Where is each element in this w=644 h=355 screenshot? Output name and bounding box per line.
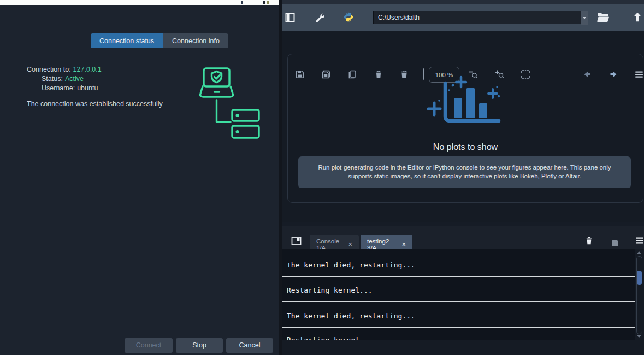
console-separator (282, 276, 635, 277)
connection-success-message: The connection was established successfu… (27, 100, 163, 108)
browse-directory-folder-icon[interactable] (597, 13, 609, 25)
remote-connection-dialog: Connection status Connection info Connec… (0, 0, 279, 355)
dialog-titlebar[interactable] (0, 0, 279, 5)
parent-directory-up-icon[interactable] (633, 12, 642, 24)
working-directory-input[interactable] (373, 11, 581, 24)
python-env-icon[interactable] (343, 11, 354, 25)
console-separator (282, 327, 635, 328)
ide-right-panel: 100 % (279, 0, 644, 355)
main-toolbar (282, 4, 644, 31)
status-line: Status:Active (42, 75, 84, 83)
no-plots-message: Run plot-generating code in the Editor o… (298, 156, 631, 188)
tab-connection-status[interactable]: Connection status (91, 33, 163, 48)
scrollbar-thumb[interactable] (637, 271, 642, 285)
console-message: The kernel died, restarting... (287, 261, 415, 269)
scroll-up-arrow[interactable] (637, 251, 641, 254)
panes-layout-icon[interactable] (285, 13, 295, 25)
menubar-remnant (282, 0, 644, 4)
titlebar-artifact (267, 1, 269, 4)
connection-to-label: Connection to: (27, 66, 71, 73)
console-tabbar: Console 1/A × testing2 3/A × (282, 226, 644, 249)
scrollbar-track[interactable] (636, 256, 642, 334)
empty-plots-chart-icon (427, 72, 504, 127)
console-output-wrap: The kernel died, restarting... Restartin… (282, 249, 644, 340)
plots-pane: 100 % (282, 31, 644, 222)
console-separator (282, 301, 635, 302)
screen: Connection status Connection info Connec… (0, 0, 644, 355)
interrupt-kernel-stop-icon[interactable] (612, 238, 618, 248)
console-pane-footer: IPython Console History Internal console (282, 340, 644, 355)
connection-to-line: Connection to:127.0.0.1 (27, 66, 102, 73)
username-line: Username:ubuntu (42, 84, 98, 92)
username-label: Username: (42, 84, 75, 92)
tab-connection-info[interactable]: Connection info (163, 33, 228, 48)
close-icon[interactable]: × (401, 241, 406, 248)
console-message: Restarting kernel... (287, 286, 373, 294)
stop-button[interactable]: Stop (176, 338, 223, 353)
no-plots-title: No plots to show (288, 142, 643, 152)
console-options-menu-icon[interactable] (635, 236, 644, 247)
working-directory-combo (373, 11, 588, 25)
console-output[interactable]: The kernel died, restarting... Restartin… (282, 249, 635, 340)
username-value: ubuntu (77, 84, 98, 92)
preferences-wrench-icon[interactable] (314, 12, 324, 25)
plots-canvas: No plots to show Run plot-generating cod… (287, 54, 643, 203)
console-message: Restarting kernel... (287, 336, 373, 340)
close-icon[interactable]: × (348, 241, 352, 248)
status-value: Active (65, 75, 84, 83)
titlebar-artifact (263, 1, 265, 4)
status-label: Status: (42, 75, 63, 83)
working-directory-dropdown[interactable] (581, 11, 588, 25)
dialog-tab-group: Connection status Connection info (91, 33, 228, 48)
console-scrollbar[interactable] (635, 249, 644, 340)
cancel-button[interactable]: Cancel (226, 338, 273, 353)
titlebar-artifact (241, 1, 243, 4)
connection-to-value: 127.0.0.1 (73, 66, 102, 73)
console-separator (282, 252, 635, 252)
connect-button[interactable]: Connect (125, 338, 173, 353)
remove-all-variables-icon[interactable] (584, 236, 594, 248)
console-message: The kernel died, restarting... (287, 312, 415, 320)
secure-connection-icon (196, 65, 267, 141)
new-window-icon[interactable] (291, 236, 302, 248)
scroll-down-arrow[interactable] (637, 335, 641, 338)
console-pane-header: Console 1/A × testing2 3/A × (282, 222, 644, 249)
chevron-down-icon (583, 17, 586, 19)
